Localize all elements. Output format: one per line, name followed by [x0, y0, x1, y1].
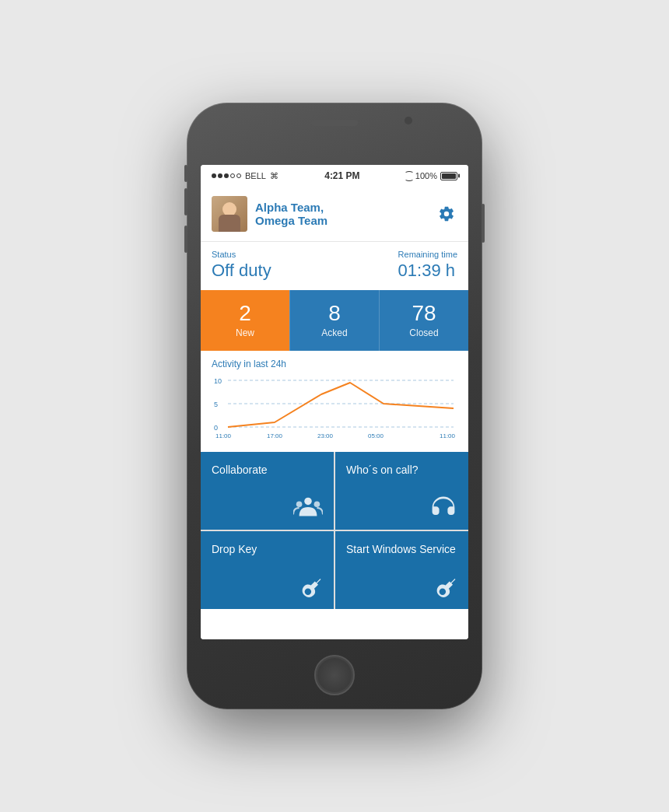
svg-text:5: 5: [214, 401, 218, 408]
clock: 4:21 PM: [324, 170, 359, 181]
avatar-body: [219, 215, 240, 232]
tile-drop-key-label: Drop Key: [212, 542, 323, 556]
team-name-line2: Omega Team: [255, 214, 327, 227]
activity-chart: 10 5 0: [212, 374, 457, 444]
closed-label: Closed: [409, 327, 438, 338]
phone-screen: BELL ⌘ 4:21 PM ⁐ 100%: [201, 165, 468, 639]
duty-status-label: Status: [212, 250, 271, 259]
tile-start-windows-service-label: Start Windows Service: [346, 542, 457, 556]
remaining-time-value: 01:39 h: [398, 261, 457, 281]
settings-button[interactable]: [436, 203, 457, 225]
avatar-image: [212, 196, 247, 232]
home-button[interactable]: [314, 655, 355, 695]
wrench2-icon: [346, 569, 457, 601]
remaining-time-label: Remaining time: [398, 250, 457, 259]
stat-closed[interactable]: 78 Closed: [379, 290, 468, 351]
bluetooth-icon: ⁐: [406, 172, 412, 180]
signal-dot-1: [212, 173, 216, 178]
collaborate-icon: [212, 486, 323, 522]
svg-point-13: [314, 501, 320, 507]
svg-text:05:00: 05:00: [368, 432, 384, 439]
status-left: BELL ⌘: [212, 171, 278, 181]
svg-text:17:00: 17:00: [267, 432, 283, 439]
svg-text:23:00: 23:00: [317, 432, 334, 439]
status-right: ⁐ 100%: [406, 171, 457, 180]
closed-count: 78: [412, 303, 436, 324]
signal-dot-3: [224, 173, 229, 178]
headset-icon: [346, 488, 457, 522]
header-left: Alpha Team, Omega Team: [212, 196, 327, 232]
acked-label: Acked: [321, 327, 347, 338]
duty-status: Status Off duty: [212, 250, 271, 281]
signal-dot-2: [218, 173, 222, 178]
svg-text:0: 0: [214, 424, 218, 432]
phone-body: BELL ⌘ 4:21 PM ⁐ 100%: [187, 103, 482, 709]
new-label: New: [236, 327, 254, 338]
tiles-grid: Collaborate: [201, 452, 468, 609]
svg-text:11:00: 11:00: [215, 432, 232, 439]
stats-bar: 2 New 8 Acked 78 Closed: [201, 290, 468, 351]
duty-status-value: Off duty: [212, 261, 271, 281]
signal-dots: [212, 173, 241, 178]
remaining-time: Remaining time 01:39 h: [398, 250, 457, 281]
app-header: Alpha Team, Omega Team: [201, 187, 468, 242]
phone-device: BELL ⌘ 4:21 PM ⁐ 100%: [187, 103, 482, 709]
phone-power-button[interactable]: [482, 204, 485, 243]
stat-acked[interactable]: 8 Acked: [289, 290, 379, 351]
svg-point-11: [304, 498, 312, 506]
acked-count: 8: [328, 303, 341, 324]
chart-title: Activity in last 24h: [212, 359, 457, 369]
status-section: Status Off duty Remaining time 01:39 h: [201, 242, 468, 290]
chart-section: Activity in last 24h 10 5 0: [201, 351, 468, 450]
wrench-icon: [212, 569, 323, 601]
battery-percent: 100%: [415, 171, 437, 180]
phone-mute-button[interactable]: [184, 165, 187, 182]
chart-container: 10 5 0: [212, 374, 457, 444]
battery-indicator: [440, 172, 457, 180]
battery-fill: [442, 173, 456, 179]
phone-volume-down[interactable]: [184, 226, 187, 253]
team-name-line1: Alpha Team,: [255, 201, 327, 214]
tile-who-on-call-label: Who´s on call?: [346, 463, 457, 477]
tile-start-windows-service[interactable]: Start Windows Service: [335, 531, 468, 609]
avatar: [212, 196, 247, 232]
header-text: Alpha Team, Omega Team: [255, 201, 327, 227]
tile-who-on-call[interactable]: Who´s on call?: [335, 452, 468, 530]
battery-body: [440, 172, 457, 180]
phone-camera: [405, 117, 412, 124]
status-row: Status Off duty Remaining time 01:39 h: [212, 250, 457, 281]
new-count: 2: [239, 303, 251, 324]
svg-text:11:00: 11:00: [440, 432, 456, 439]
carrier-label: BELL: [245, 171, 266, 180]
status-bar: BELL ⌘ 4:21 PM ⁐ 100%: [201, 165, 468, 187]
stat-new[interactable]: 2 New: [201, 290, 289, 351]
tile-collaborate[interactable]: Collaborate: [201, 452, 334, 530]
svg-point-12: [296, 501, 303, 507]
signal-dot-4: [230, 173, 235, 178]
tile-drop-key[interactable]: Drop Key: [201, 531, 334, 609]
phone-volume-up[interactable]: [184, 188, 187, 215]
svg-text:10: 10: [214, 377, 222, 385]
signal-dot-5: [236, 173, 241, 178]
app-content: Alpha Team, Omega Team Status: [201, 187, 468, 639]
wifi-icon: ⌘: [270, 171, 278, 181]
phone-speaker: [311, 120, 358, 126]
tile-collaborate-label: Collaborate: [212, 463, 323, 477]
